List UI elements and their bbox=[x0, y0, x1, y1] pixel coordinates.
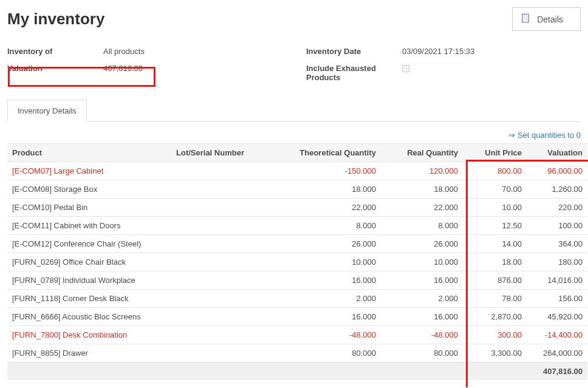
cell-valuation: 45,920.00 bbox=[527, 308, 587, 326]
th-real-qty[interactable]: Real Quantity bbox=[381, 144, 463, 162]
cell-product: [FURN_1118] Corner Desk Black bbox=[7, 290, 171, 308]
cell-lot bbox=[171, 253, 272, 271]
cell-real-qty: 22.000 bbox=[381, 199, 463, 217]
cell-unit-price: 14.00 bbox=[463, 235, 527, 253]
cell-theoretical-qty: 18.000 bbox=[272, 180, 381, 199]
cell-theoretical-qty: 22.000 bbox=[272, 199, 381, 217]
cell-unit-price: 12.50 bbox=[463, 217, 527, 235]
cell-product: [E-COM12] Conference Chair (Steel) bbox=[7, 235, 171, 253]
th-theoretical-qty[interactable]: Theoretical Quantity bbox=[272, 144, 381, 162]
cell-unit-price: 3,300.00 bbox=[463, 344, 527, 362]
cell-unit-price: 800.00 bbox=[463, 162, 527, 180]
form-left-column: Inventory of All products Valuation 407,… bbox=[7, 46, 282, 82]
details-button[interactable]: Details bbox=[512, 7, 581, 31]
cell-theoretical-qty: 26.000 bbox=[272, 235, 381, 253]
cell-product: [FURN_6666] Acoustic Bloc Screens bbox=[7, 308, 171, 326]
table-row[interactable]: [FURN_8855] Drawer80.00080.0003,300.0026… bbox=[7, 344, 587, 362]
cell-theoretical-qty: -48.000 bbox=[272, 326, 381, 344]
building-icon bbox=[520, 13, 531, 26]
label-include-exhausted: Include Exhausted Products bbox=[306, 63, 402, 82]
cell-unit-price: 70.00 bbox=[463, 180, 527, 199]
cell-lot bbox=[171, 290, 272, 308]
cell-lot bbox=[171, 217, 272, 235]
label-valuation: Valuation bbox=[7, 63, 103, 73]
th-valuation[interactable]: Valuation bbox=[527, 144, 587, 162]
value-valuation: 407,816.00 bbox=[103, 63, 282, 73]
cell-real-qty: 26.000 bbox=[381, 235, 463, 253]
value-inventory-of: All products bbox=[103, 46, 282, 56]
cell-valuation: -14,400.00 bbox=[527, 326, 587, 344]
cell-theoretical-qty: 80.000 bbox=[272, 344, 381, 362]
cell-valuation: 1,260.00 bbox=[527, 180, 587, 199]
cell-lot bbox=[171, 235, 272, 253]
table-row[interactable]: [E-COM12] Conference Chair (Steel)26.000… bbox=[7, 235, 587, 253]
cell-theoretical-qty: 10.000 bbox=[272, 253, 381, 271]
cell-product: [E-COM11] Cabinet with Doors bbox=[7, 217, 171, 235]
cell-product: [FURN_0269] Office Chair Black bbox=[7, 253, 171, 271]
cell-product: [E-COM08] Storage Box bbox=[7, 180, 171, 199]
cell-lot bbox=[171, 344, 272, 362]
cell-unit-price: 2,870.00 bbox=[463, 308, 527, 326]
cell-unit-price: 876.00 bbox=[463, 271, 527, 290]
cell-product: [E-COM10] Pedal Bin bbox=[7, 199, 171, 217]
table-row[interactable]: [FURN_7800] Desk Combination-48.000-48.0… bbox=[7, 326, 587, 344]
tab-inventory-details[interactable]: Inventory Details bbox=[7, 100, 87, 122]
label-inventory-date: Inventory Date bbox=[306, 46, 402, 56]
table-row[interactable]: [E-COM07] Large Cabinet-150.000120.00080… bbox=[7, 162, 587, 180]
cell-real-qty: 80.000 bbox=[381, 344, 463, 362]
cell-product: [E-COM07] Large Cabinet bbox=[7, 162, 171, 180]
cell-theoretical-qty: 16.000 bbox=[272, 271, 381, 290]
svg-rect-0 bbox=[522, 14, 529, 22]
cell-theoretical-qty: -150.000 bbox=[272, 162, 381, 180]
tab-bar: Inventory Details bbox=[7, 99, 581, 122]
table-row[interactable]: [E-COM10] Pedal Bin22.00022.00010.00220.… bbox=[7, 199, 587, 217]
cell-unit-price: 18.00 bbox=[463, 253, 527, 271]
cell-lot bbox=[171, 199, 272, 217]
cell-valuation: 180.00 bbox=[527, 253, 587, 271]
value-inventory-date: 03/09/2021 17:15:33 bbox=[402, 46, 581, 56]
page-title: My inventory bbox=[7, 10, 104, 29]
cell-real-qty: -48.000 bbox=[381, 326, 463, 344]
cell-valuation: 14,016.00 bbox=[527, 271, 587, 290]
cell-real-qty: 10.000 bbox=[381, 253, 463, 271]
cell-real-qty: 2.000 bbox=[381, 290, 463, 308]
table-row[interactable]: [FURN_0269] Office Chair Black10.00010.0… bbox=[7, 253, 587, 271]
cell-valuation: 96,000.00 bbox=[527, 162, 587, 180]
cell-valuation: 100.00 bbox=[527, 217, 587, 235]
table-row[interactable]: [FURN_0789] Individual Workplace16.00016… bbox=[7, 271, 587, 290]
form-right-column: Inventory Date 03/09/2021 17:15:33 Inclu… bbox=[306, 46, 581, 82]
cell-product: [FURN_0789] Individual Workplace bbox=[7, 271, 171, 290]
cell-valuation: 264,000.00 bbox=[527, 344, 587, 362]
cell-valuation: 220.00 bbox=[527, 199, 587, 217]
cell-lot bbox=[171, 180, 272, 199]
table-row[interactable]: [FURN_1118] Corner Desk Black2.0002.0007… bbox=[7, 290, 587, 308]
table-row[interactable]: [E-COM11] Cabinet with Doors8.0008.00012… bbox=[7, 217, 587, 235]
cell-unit-price: 10.00 bbox=[463, 199, 527, 217]
checkbox-include-exhausted[interactable] bbox=[402, 65, 409, 72]
cell-theoretical-qty: 2.000 bbox=[272, 290, 381, 308]
label-inventory-of: Inventory of bbox=[7, 46, 103, 56]
cell-real-qty: 16.000 bbox=[381, 308, 463, 326]
table-row[interactable]: [E-COM08] Storage Box18.00018.00070.001,… bbox=[7, 180, 587, 199]
th-product[interactable]: Product bbox=[7, 144, 171, 162]
table-row[interactable]: [FURN_6666] Acoustic Bloc Screens16.0001… bbox=[7, 308, 587, 326]
cell-lot bbox=[171, 162, 272, 180]
cell-valuation: 364.00 bbox=[527, 235, 587, 253]
cell-real-qty: 8.000 bbox=[381, 217, 463, 235]
inventory-table: Product Lot/Serial Number Theoretical Qu… bbox=[7, 143, 587, 380]
cell-product: [FURN_7800] Desk Combination bbox=[7, 326, 171, 344]
cell-product: [FURN_8855] Drawer bbox=[7, 344, 171, 362]
cell-unit-price: 78.00 bbox=[463, 290, 527, 308]
th-unit-price[interactable]: Unit Price bbox=[463, 144, 527, 162]
cell-real-qty: 18.000 bbox=[381, 180, 463, 199]
th-lot[interactable]: Lot/Serial Number bbox=[171, 144, 272, 162]
footer-total: 407,816.00 bbox=[7, 362, 587, 381]
cell-real-qty: 120.000 bbox=[381, 162, 463, 180]
cell-valuation: 156.00 bbox=[527, 290, 587, 308]
cell-lot bbox=[171, 308, 272, 326]
cell-real-qty: 16.000 bbox=[381, 271, 463, 290]
cell-theoretical-qty: 16.000 bbox=[272, 308, 381, 326]
set-quantities-zero-link[interactable]: ⇒ Set quantities to 0 bbox=[508, 131, 581, 140]
cell-lot bbox=[171, 326, 272, 344]
cell-theoretical-qty: 8.000 bbox=[272, 217, 381, 235]
